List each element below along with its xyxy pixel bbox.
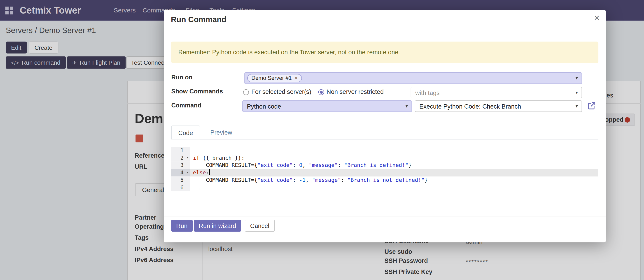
python-warning-alert: Remember: Python code is executed on the… [171, 42, 598, 63]
fold-arrow-icon[interactable]: ▾ [186, 154, 189, 161]
editor-line-text[interactable]: if {{ branch }}: [190, 154, 598, 162]
run-on-label: Run on [171, 74, 192, 81]
gutter-line-number: 4▾ [171, 169, 190, 177]
chevron-down-icon: ▾ [576, 76, 578, 81]
editor-line-text[interactable]: else: [190, 169, 598, 177]
editor-line[interactable]: 3 COMMAND_RESULT={"exit_code": 0, "messa… [171, 162, 598, 169]
editor-line[interactable]: 4▾else: [171, 169, 598, 177]
screen: Cetmix Tower Servers Commands Files Tool… [0, 0, 644, 280]
chevron-down-icon: ▾ [406, 103, 408, 109]
run-button[interactable]: Run [171, 220, 192, 232]
external-link-icon[interactable] [587, 101, 596, 110]
modal-title: Run Command [171, 15, 226, 24]
gutter-line-number: 6 [171, 184, 190, 191]
editor-lines: 12▾if {{ branch }}:3 COMMAND_RESULT={"ex… [171, 147, 598, 191]
chevron-down-icon: ▾ [576, 90, 578, 95]
command-type-select[interactable]: Python code ▾ [242, 100, 412, 112]
run-in-wizard-button[interactable]: Run in wizard [194, 220, 241, 232]
gutter-line-number: 5 [171, 176, 190, 184]
editor-line-text[interactable]: COMMAND_RESULT={"exit_code": -1, "messag… [190, 176, 598, 184]
with-tags-select[interactable]: with tags ▾ [411, 87, 582, 98]
editor-line-text[interactable]: COMMAND_RESULT={"exit_code": 0, "message… [190, 162, 598, 169]
alert-text: Remember: Python code is executed on the… [178, 42, 400, 63]
editor-line[interactable]: 2▾if {{ branch }}: [171, 154, 598, 162]
gutter-line-number: 3 [171, 162, 190, 169]
radio-non-server-restricted-label: Non server restricted [326, 88, 384, 95]
command-type-value: Python code [247, 103, 281, 110]
command-value: Execute Python Code: Check Branch [419, 103, 521, 110]
editor-line-text[interactable] [190, 147, 598, 154]
command-select[interactable]: Execute Python Code: Check Branch ▾ [415, 100, 582, 112]
gutter-line-number: 1 [171, 147, 190, 154]
tab-preview[interactable]: Preview [204, 125, 239, 139]
chevron-down-icon: ▾ [576, 103, 578, 109]
cancel-button[interactable]: Cancel [245, 220, 274, 232]
run-command-modal: Run Command × Remember: Python code is e… [164, 10, 606, 242]
text-cursor [209, 169, 210, 175]
server-tag-label: Demo Server #1 [251, 75, 292, 81]
fold-arrow-icon[interactable]: ▾ [186, 169, 189, 176]
close-icon[interactable]: × [594, 13, 600, 23]
run-on-select[interactable]: Demo Server #1 × ▾ [244, 72, 582, 84]
editor-line[interactable]: 6 [171, 184, 598, 191]
editor-line[interactable]: 1 [171, 147, 598, 154]
gutter-line-number: 2▾ [171, 154, 190, 162]
tag-remove-icon[interactable]: × [295, 75, 298, 81]
server-tag-pill[interactable]: Demo Server #1 × [247, 74, 302, 82]
radio-for-selected-servers-label: For selected server(s) [251, 88, 311, 95]
radio-non-server-restricted[interactable] [318, 89, 324, 95]
tabline [171, 139, 598, 139]
code-editor[interactable]: 12▾if {{ branch }}:3 COMMAND_RESULT={"ex… [171, 146, 598, 216]
editor-line-text[interactable] [190, 184, 598, 191]
footer-divider [164, 216, 606, 216]
tab-code[interactable]: Code [171, 125, 200, 139]
radio-for-selected-servers[interactable] [243, 89, 249, 95]
show-commands-label: Show Commands [171, 87, 223, 94]
with-tags-placeholder: with tags [415, 89, 440, 96]
editor-line[interactable]: 5 COMMAND_RESULT={"exit_code": -1, "mess… [171, 176, 598, 184]
command-label: Command [171, 101, 201, 108]
